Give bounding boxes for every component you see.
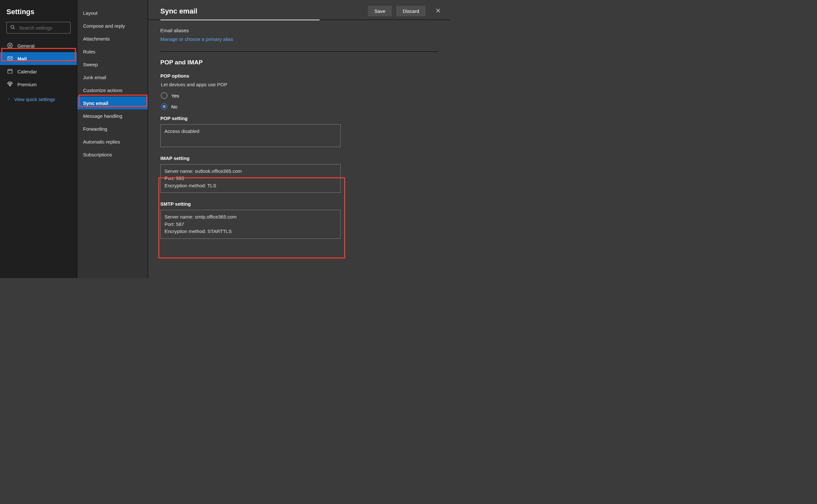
- svg-point-2: [9, 44, 11, 46]
- sidebar-item-premium[interactable]: Premium: [0, 78, 77, 91]
- divider: [160, 51, 438, 52]
- sidebar-item-label: General: [17, 43, 34, 49]
- close-button[interactable]: [433, 6, 443, 16]
- sec-item-compose-reply[interactable]: Compose and reply: [77, 19, 148, 32]
- sidebar-primary: Settings General Mail Calendar Premium: [0, 0, 77, 278]
- sidebar-item-label: Mail: [17, 56, 27, 61]
- sidebar-item-calendar[interactable]: Calendar: [0, 65, 77, 78]
- sec-item-message-handling[interactable]: Message handling: [77, 109, 148, 122]
- imap-port-value: 993: [176, 175, 184, 181]
- close-icon: [435, 10, 441, 14]
- pop-radio-yes[interactable]: Yes: [161, 92, 438, 99]
- sec-item-junk-email[interactable]: Junk email: [77, 71, 148, 84]
- pop-setting-value: Access disabled: [164, 128, 199, 134]
- calendar-icon: [7, 68, 13, 75]
- imap-port-label: Port:: [164, 175, 175, 181]
- pop-radio-no[interactable]: No: [161, 103, 438, 110]
- radio-label: Yes: [171, 93, 179, 98]
- radio-icon: [161, 92, 167, 99]
- sec-item-rules[interactable]: Rules: [77, 45, 148, 58]
- view-quick-settings-link[interactable]: View quick settings: [0, 91, 77, 108]
- sidebar-item-label: Premium: [17, 82, 37, 87]
- page-title: Sync email: [160, 7, 197, 15]
- radio-icon: [161, 103, 167, 110]
- sidebar-item-mail[interactable]: Mail: [0, 52, 77, 65]
- smtp-port-value: 587: [176, 221, 184, 227]
- pop-options-head: POP options: [160, 73, 438, 79]
- manage-alias-link[interactable]: Manage or choose a primary alias: [160, 36, 233, 42]
- sidebar-item-label: Calendar: [17, 69, 37, 74]
- tab-underline: [160, 20, 320, 20]
- smtp-server-label: Server name:: [164, 214, 193, 219]
- imap-server-label: Server name:: [164, 168, 193, 174]
- pop-options-desc: Let devices and apps use POP: [161, 82, 438, 87]
- svg-line-1: [14, 28, 14, 29]
- search-icon: [10, 24, 15, 31]
- search-input[interactable]: [18, 25, 67, 31]
- sec-item-layout[interactable]: Layout: [77, 6, 148, 19]
- imap-enc-label: Encryption method:: [164, 183, 206, 188]
- svg-rect-4: [8, 69, 12, 73]
- search-box[interactable]: [6, 22, 70, 33]
- sidebar-item-general[interactable]: General: [0, 39, 77, 52]
- smtp-server-value: smtp.office365.com: [195, 214, 237, 219]
- sec-item-subscriptions[interactable]: Subscriptions: [77, 148, 148, 161]
- smtp-enc-label: Encryption method:: [164, 229, 206, 234]
- discard-button[interactable]: Discard: [396, 6, 426, 16]
- email-aliases-label: Email aliases: [160, 28, 438, 33]
- radio-label: No: [171, 104, 177, 109]
- pop-setting-head: POP setting: [160, 116, 438, 121]
- sec-item-forwarding[interactable]: Forwarding: [77, 122, 148, 135]
- imap-setting-head: IMAP setting: [160, 155, 438, 161]
- content-scroll[interactable]: Email aliases Manage or choose a primary…: [148, 21, 451, 278]
- sidebar-secondary: Layout Compose and reply Attachments Rul…: [77, 0, 148, 278]
- main-panel: Sync email Save Discard Email aliases Ma…: [148, 0, 451, 278]
- sec-item-sweep[interactable]: Sweep: [77, 58, 148, 71]
- main-header: Sync email Save Discard: [148, 0, 451, 20]
- smtp-enc-value: STARTTLS: [207, 229, 231, 234]
- gear-icon: [7, 42, 13, 49]
- imap-server-value: outlook.office365.com: [195, 168, 242, 174]
- settings-title: Settings: [0, 5, 77, 22]
- quick-settings-label: View quick settings: [14, 97, 55, 102]
- imap-setting-box: Server name: outlook.office365.com Port:…: [160, 164, 341, 193]
- sec-item-automatic-replies[interactable]: Automatic replies: [77, 135, 148, 148]
- svg-point-0: [11, 25, 14, 28]
- sec-item-customize-actions[interactable]: Customize actions: [77, 84, 148, 97]
- mail-icon: [7, 55, 13, 62]
- pop-setting-box: Access disabled: [160, 124, 341, 147]
- svg-rect-3: [8, 56, 12, 60]
- diamond-icon: [7, 81, 13, 88]
- smtp-setting-box: Server name: smtp.office365.com Port: 58…: [160, 210, 341, 239]
- save-button[interactable]: Save: [368, 6, 392, 16]
- imap-enc-value: TLS: [207, 183, 216, 188]
- chevron-left-icon: [7, 97, 11, 102]
- header-actions: Save Discard: [368, 6, 443, 16]
- smtp-port-label: Port:: [164, 221, 175, 227]
- sec-item-attachments[interactable]: Attachments: [77, 32, 148, 45]
- pop-imap-head: POP and IMAP: [160, 59, 438, 66]
- sec-item-sync-email[interactable]: Sync email: [77, 97, 148, 109]
- smtp-setting-head: SMTP setting: [160, 201, 438, 207]
